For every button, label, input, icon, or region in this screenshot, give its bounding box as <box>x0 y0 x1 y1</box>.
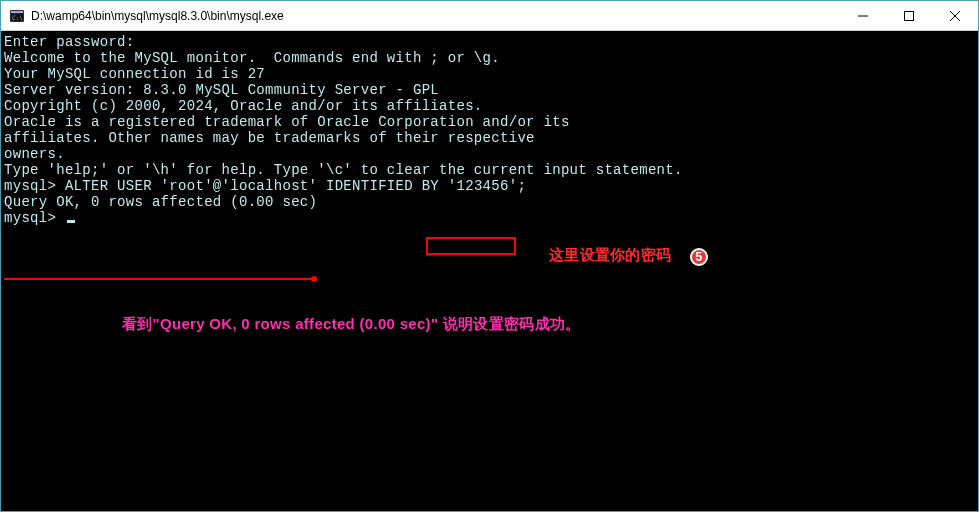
annotation-set-password: 这里设置你的密码 <box>549 247 671 263</box>
minimize-button[interactable] <box>840 1 886 30</box>
terminal-command-line: mysql> ALTER USER 'root'@'localhost' IDE… <box>4 178 975 194</box>
terminal-line: Your MySQL connection id is 27 <box>4 66 975 82</box>
password-highlight-box <box>426 237 516 255</box>
terminal-prompt: mysql> <box>4 210 975 226</box>
svg-rect-4 <box>858 15 868 16</box>
cursor-icon <box>67 220 75 223</box>
window-controls <box>840 1 978 30</box>
command-password: '123456'; <box>448 178 526 194</box>
terminal-line: affiliates. Other names may be trademark… <box>4 130 975 146</box>
app-icon: C:\ <box>9 8 25 24</box>
step-badge: 5 <box>690 248 708 266</box>
terminal-line: owners. <box>4 146 975 162</box>
terminal-area[interactable]: Enter password: Welcome to the MySQL mon… <box>2 32 977 510</box>
prompt-text: mysql> <box>4 210 65 226</box>
terminal-line: Type 'help;' or '\h' for help. Type '\c'… <box>4 162 975 178</box>
app-window: C:\ D:\wamp64\bin\mysql\mysql8.3.0\bin\m… <box>0 0 979 512</box>
svg-rect-1 <box>11 11 23 13</box>
titlebar[interactable]: C:\ D:\wamp64\bin\mysql\mysql8.3.0\bin\m… <box>1 1 978 31</box>
terminal-line: Oracle is a registered trademark of Orac… <box>4 114 975 130</box>
command-prefix: mysql> ALTER USER 'root'@'localhost' IDE… <box>4 178 448 194</box>
terminal-line: Welcome to the MySQL monitor. Commands e… <box>4 50 975 66</box>
maximize-button[interactable] <box>886 1 932 30</box>
terminal-line: Enter password: <box>4 34 975 50</box>
window-title: D:\wamp64\bin\mysql\mysql8.3.0\bin\mysql… <box>31 9 840 23</box>
svg-text:C:\: C:\ <box>12 14 23 21</box>
red-underline <box>4 278 314 280</box>
annotation-success: 看到"Query OK, 0 rows affected (0.00 sec)"… <box>122 316 581 332</box>
terminal-line: Query OK, 0 rows affected (0.00 sec) <box>4 194 975 210</box>
svg-rect-5 <box>905 11 914 20</box>
terminal-line: Server version: 8.3.0 MySQL Community Se… <box>4 82 975 98</box>
close-button[interactable] <box>932 1 978 30</box>
terminal-line: Copyright (c) 2000, 2024, Oracle and/or … <box>4 98 975 114</box>
